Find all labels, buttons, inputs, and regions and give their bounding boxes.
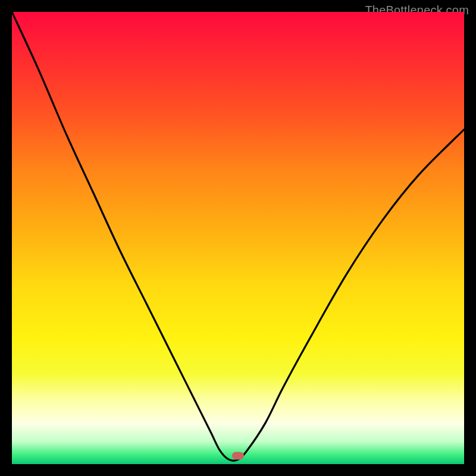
bottleneck-chart: TheBottleneck.com (0, 0, 476, 476)
optimal-point-marker (232, 452, 244, 460)
curve-svg (12, 12, 464, 464)
bottleneck-curve-path (12, 12, 464, 461)
plot-area (12, 12, 464, 464)
